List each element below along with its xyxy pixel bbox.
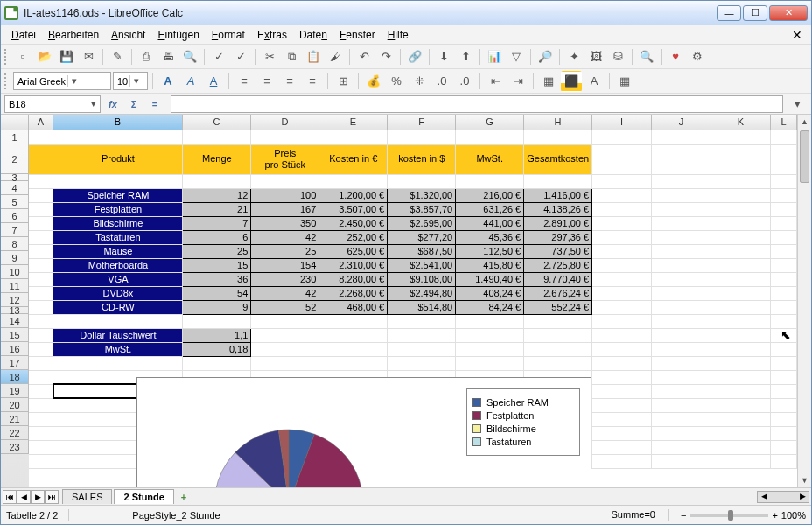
merge-icon[interactable]: ⊞: [332, 71, 354, 92]
sort-desc-icon[interactable]: ⬆: [455, 46, 476, 67]
col-header-k[interactable]: K: [711, 115, 771, 130]
copy-icon[interactable]: ⧉: [281, 46, 302, 67]
help-icon[interactable]: ♥: [665, 46, 686, 67]
underline-icon[interactable]: A: [203, 71, 224, 92]
expand-formula-icon[interactable]: ▾: [787, 94, 808, 115]
pdf-icon[interactable]: ⎙: [136, 46, 157, 67]
chart-icon[interactable]: 📊: [484, 46, 505, 67]
align-right-icon[interactable]: ≡: [279, 71, 300, 92]
col-header-l[interactable]: L: [771, 115, 797, 130]
formula-input[interactable]: [171, 95, 783, 113]
close-button[interactable]: ✕: [769, 5, 808, 21]
toolbar-grip[interactable]: [4, 74, 10, 89]
cells-grid[interactable]: ProduktMengePreispro StückKosten in €kos…: [29, 130, 797, 487]
row-header-16[interactable]: 16: [1, 342, 29, 356]
sum-icon[interactable]: Σ: [125, 95, 143, 113]
navigator-icon[interactable]: ✦: [564, 46, 584, 67]
menu-ansicht[interactable]: Ansicht: [106, 27, 150, 43]
font-name-combo[interactable]: Arial Greek▾: [13, 72, 111, 90]
tab-next-icon[interactable]: ▶: [31, 490, 45, 504]
paste-icon[interactable]: 📋: [303, 46, 324, 67]
sort-asc-icon[interactable]: ⬇: [433, 46, 454, 67]
row-header-6[interactable]: 6: [1, 209, 29, 223]
align-left-icon[interactable]: ≡: [234, 71, 255, 92]
col-header-h[interactable]: H: [524, 115, 592, 130]
row-header-23[interactable]: 23: [1, 440, 29, 454]
email-icon[interactable]: ✉: [78, 46, 99, 67]
titlebar[interactable]: IL-ates1146.ods - LibreOffice Calc — ☐ ✕: [1, 1, 811, 25]
row-header-11[interactable]: 11: [1, 279, 29, 293]
hyperlink-icon[interactable]: 🔗: [404, 46, 425, 67]
font-size-combo[interactable]: 10▾: [113, 72, 148, 90]
col-header-g[interactable]: G: [456, 115, 524, 130]
col-header-f[interactable]: F: [388, 115, 456, 130]
new-icon[interactable]: ▫: [12, 46, 33, 67]
menu-daten[interactable]: Daten: [294, 27, 332, 43]
datasources-icon[interactable]: ⛁: [607, 46, 628, 67]
row-header-15[interactable]: 15: [1, 328, 29, 342]
autocheck-icon[interactable]: ✓: [230, 46, 251, 67]
zoom-in-icon[interactable]: +: [772, 510, 777, 521]
filter-icon[interactable]: ▽: [506, 46, 527, 67]
toolbar-grip[interactable]: [4, 49, 10, 65]
row-header-19[interactable]: 19: [1, 384, 29, 398]
menu-hilfe[interactable]: Hilfe: [382, 27, 414, 43]
preview-icon[interactable]: 🔍: [179, 46, 200, 67]
minimize-button[interactable]: —: [717, 5, 741, 21]
row-header-22[interactable]: 22: [1, 426, 29, 440]
sheet-tab-2stunde[interactable]: 2 Stunde: [114, 489, 173, 504]
row-header-13[interactable]: 13: [1, 307, 29, 314]
col-header-b[interactable]: B: [53, 115, 183, 130]
print-icon[interactable]: 🖶: [158, 46, 178, 67]
col-header-c[interactable]: C: [183, 115, 251, 130]
bgcolor-icon[interactable]: ⬛: [561, 71, 582, 92]
row-header-18[interactable]: 18: [1, 370, 29, 384]
row-header-17[interactable]: 17: [1, 356, 29, 370]
col-header-j[interactable]: J: [652, 115, 711, 130]
row-header-5[interactable]: 5: [1, 195, 29, 209]
zoom-value[interactable]: 100%: [781, 510, 806, 521]
scroll-down-icon[interactable]: ▼: [798, 473, 811, 487]
redo-icon[interactable]: ↷: [375, 46, 396, 67]
row-header-9[interactable]: 9: [1, 251, 29, 265]
row-header-4[interactable]: 4: [1, 181, 29, 195]
dropdown-icon[interactable]: ▾: [91, 98, 96, 109]
indent-inc-icon[interactable]: ⇥: [508, 71, 528, 92]
row-header-3[interactable]: 3: [1, 174, 29, 181]
function-wizard-icon[interactable]: fx: [104, 95, 122, 113]
menu-datei[interactable]: Datei: [6, 27, 41, 43]
undo-icon[interactable]: ↶: [354, 46, 374, 67]
zoom-icon[interactable]: 🔍: [636, 46, 657, 67]
menu-fenster[interactable]: Fenster: [334, 27, 381, 43]
align-center-icon[interactable]: ≡: [256, 71, 277, 92]
indent-dec-icon[interactable]: ⇤: [485, 71, 506, 92]
row-header-8[interactable]: 8: [1, 237, 29, 251]
scroll-up-icon[interactable]: ▲: [798, 115, 811, 129]
percent-icon[interactable]: %: [386, 71, 407, 92]
row-header-20[interactable]: 20: [1, 398, 29, 412]
tab-last-icon[interactable]: ⏭: [45, 490, 59, 504]
menu-extras[interactable]: Extras: [252, 27, 292, 43]
col-header-a[interactable]: A: [29, 115, 53, 130]
bold-icon[interactable]: A: [158, 71, 178, 92]
dropdown-icon[interactable]: ▾: [130, 75, 142, 87]
row-header-2[interactable]: 2: [1, 144, 29, 174]
select-all-corner[interactable]: [1, 115, 29, 130]
save-icon[interactable]: 💾: [56, 46, 77, 67]
add-sheet-icon[interactable]: +: [176, 490, 192, 504]
vertical-scrollbar[interactable]: ▲ ▼: [797, 115, 811, 487]
open-icon[interactable]: 📂: [34, 46, 55, 67]
zoom-out-icon[interactable]: −: [681, 510, 686, 521]
decimal-add-icon[interactable]: .0: [431, 71, 452, 92]
row-header-10[interactable]: 10: [1, 265, 29, 279]
row-header-1[interactable]: 1: [1, 130, 29, 144]
fontcolor-icon[interactable]: A: [584, 71, 605, 92]
cut-icon[interactable]: ✂: [259, 46, 280, 67]
number-icon[interactable]: ⁜: [409, 71, 430, 92]
italic-icon[interactable]: A: [180, 71, 201, 92]
format-paint-icon[interactable]: 🖌: [325, 46, 346, 67]
col-header-i[interactable]: I: [592, 115, 652, 130]
align-justify-icon[interactable]: ≡: [302, 71, 323, 92]
horizontal-scrollbar[interactable]: ◀▶: [757, 491, 809, 503]
extension-icon[interactable]: ⚙: [687, 46, 708, 67]
